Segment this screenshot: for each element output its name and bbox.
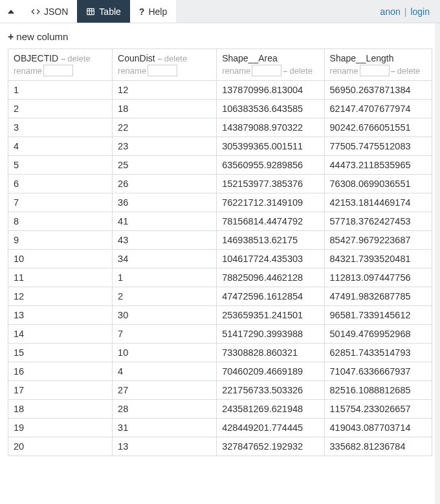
table-cell[interactable]: 51417290.3993988: [217, 325, 324, 344]
col-delete-button[interactable]: delete: [158, 54, 188, 63]
new-column-button[interactable]: + new column: [8, 28, 69, 49]
col-rename-input[interactable]: [43, 65, 73, 76]
table-cell[interactable]: 42153.1814469174: [324, 193, 432, 212]
col-delete-button[interactable]: delete: [61, 54, 91, 63]
table-cell[interactable]: 11: [8, 268, 113, 287]
scrollbar[interactable]: [435, 23, 440, 504]
table-cell[interactable]: 14: [8, 325, 113, 344]
table-cell[interactable]: 143879088.970322: [217, 118, 324, 137]
table-cell[interactable]: 243581269.621948: [217, 400, 324, 419]
table-cell[interactable]: 18: [113, 100, 217, 118]
table-cell[interactable]: 2: [113, 287, 217, 306]
table-cell[interactable]: 4: [8, 137, 113, 156]
table-cell[interactable]: 104617724.435303: [217, 250, 324, 268]
table-cell[interactable]: 19: [8, 419, 113, 437]
table-cell[interactable]: 76308.0699036551: [324, 175, 432, 193]
table-cell[interactable]: 419043.087703714: [324, 419, 432, 437]
col-rename-button[interactable]: rename: [118, 66, 146, 76]
table-cell[interactable]: 82516.1088812685: [324, 381, 432, 400]
tab-help[interactable]: ? Help: [130, 0, 176, 23]
table-cell[interactable]: 9: [8, 231, 113, 250]
table-cell[interactable]: 305399365.001511: [217, 137, 324, 156]
table-cell[interactable]: 22: [113, 118, 217, 137]
col-rename-input[interactable]: [252, 65, 281, 76]
table-cell[interactable]: 84321.7393520481: [324, 250, 432, 268]
table-cell[interactable]: 17: [8, 381, 113, 400]
table-cell[interactable]: 41: [113, 212, 217, 231]
table-cell[interactable]: 26: [113, 175, 217, 193]
table-cell[interactable]: 12: [8, 287, 113, 306]
table-cell[interactable]: 44473.2118535965: [324, 156, 432, 175]
table-cell[interactable]: 152153977.385376: [217, 175, 324, 193]
table-cell[interactable]: 253659351.241501: [217, 306, 324, 325]
table-cell[interactable]: 27: [113, 381, 217, 400]
table-cell[interactable]: 13: [113, 437, 217, 456]
table-cell[interactable]: 76221712.3149109: [217, 193, 324, 212]
table-cell[interactable]: 2: [8, 100, 113, 118]
col-rename-button[interactable]: rename: [330, 66, 358, 76]
table-cell[interactable]: 50149.4769952968: [324, 325, 432, 344]
table-cell[interactable]: 6: [8, 175, 113, 193]
table-cell[interactable]: 115754.233026657: [324, 400, 432, 419]
table-cell[interactable]: 47491.9832687785: [324, 287, 432, 306]
table-cell[interactable]: 8: [8, 212, 113, 231]
col-rename-button[interactable]: rename: [222, 66, 250, 76]
table-cell[interactable]: 137870996.813004: [217, 81, 324, 100]
table-cell[interactable]: 43: [113, 231, 217, 250]
table-cell[interactable]: 96581.7339145612: [324, 306, 432, 325]
table-cell[interactable]: 428449201.774445: [217, 419, 324, 437]
table-cell[interactable]: 36: [113, 193, 217, 212]
table-cell[interactable]: 77505.7475512083: [324, 137, 432, 156]
col-rename-input[interactable]: [148, 65, 177, 76]
tab-collapse[interactable]: [0, 0, 22, 23]
table-cell[interactable]: 70460209.4669189: [217, 362, 324, 381]
table-cell[interactable]: 112813.097447756: [324, 268, 432, 287]
table-cell[interactable]: 63560955.9289856: [217, 156, 324, 175]
table-cell[interactable]: 10: [113, 344, 217, 362]
col-rename-input[interactable]: [360, 65, 390, 76]
table-cell[interactable]: 34: [113, 250, 217, 268]
table-cell[interactable]: 23: [113, 137, 217, 156]
table-cell[interactable]: 13: [8, 306, 113, 325]
tab-table[interactable]: Table: [77, 0, 129, 23]
table-cell[interactable]: 31: [113, 419, 217, 437]
table-cell[interactable]: 57718.3762427453: [324, 212, 432, 231]
table-cell[interactable]: 30: [113, 306, 217, 325]
table-cell[interactable]: 12: [113, 81, 217, 100]
table-cell[interactable]: 3: [8, 118, 113, 137]
table-cell[interactable]: 5: [8, 156, 113, 175]
auth-login-link[interactable]: login: [410, 6, 430, 17]
col-delete-button[interactable]: delete: [283, 66, 313, 76]
table-cell[interactable]: 90242.6766051551: [324, 118, 432, 137]
table-cell[interactable]: 78156814.4474792: [217, 212, 324, 231]
table-cell[interactable]: 327847652.192932: [217, 437, 324, 456]
table-cell[interactable]: 106383536.643585: [217, 100, 324, 118]
table-cell[interactable]: 20: [8, 437, 113, 456]
table-cell[interactable]: 7: [8, 193, 113, 212]
table-cell[interactable]: 146938513.62175: [217, 231, 324, 250]
col-rename-button[interactable]: rename: [14, 66, 42, 76]
table-cell[interactable]: 25: [113, 156, 217, 175]
table-cell[interactable]: 78825096.4462128: [217, 268, 324, 287]
table-cell[interactable]: 7: [113, 325, 217, 344]
table-cell[interactable]: 15: [8, 344, 113, 362]
table-cell[interactable]: 71047.6336667937: [324, 362, 432, 381]
table-cell[interactable]: 10: [8, 250, 113, 268]
table-cell[interactable]: 335682.81236784: [324, 437, 432, 456]
table-cell[interactable]: 221756733.503326: [217, 381, 324, 400]
auth-anon-link[interactable]: anon: [380, 6, 401, 17]
table-cell[interactable]: 62851.7433514793: [324, 344, 432, 362]
table-cell[interactable]: 1: [113, 268, 217, 287]
table-cell[interactable]: 62147.4707677974: [324, 100, 432, 118]
table-cell[interactable]: 28: [113, 400, 217, 419]
table-cell[interactable]: 47472596.1612854: [217, 287, 324, 306]
col-delete-button[interactable]: delete: [391, 66, 421, 76]
table-cell[interactable]: 73308828.860321: [217, 344, 324, 362]
table-cell[interactable]: 16: [8, 362, 113, 381]
table-cell[interactable]: 18: [8, 400, 113, 419]
table-cell[interactable]: 85427.9679223687: [324, 231, 432, 250]
table-cell[interactable]: 1: [8, 81, 113, 100]
table-cell[interactable]: 56950.2637871384: [324, 81, 432, 100]
tab-json[interactable]: JSON: [22, 0, 77, 23]
table-cell[interactable]: 4: [113, 362, 217, 381]
